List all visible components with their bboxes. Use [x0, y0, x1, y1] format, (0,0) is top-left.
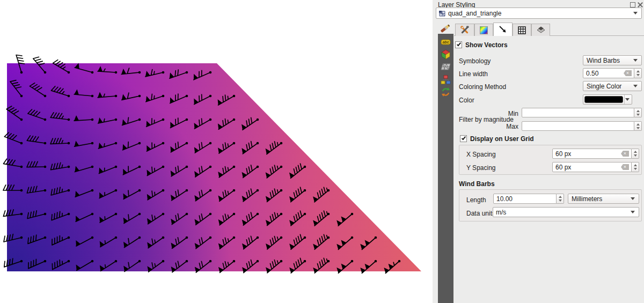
show-vectors-label: Show Vectors	[465, 41, 508, 49]
clear-icon[interactable]: ×	[621, 151, 629, 157]
color-button[interactable]	[583, 94, 632, 105]
spin-down-icon[interactable]	[636, 114, 640, 116]
spin-up-icon[interactable]	[636, 70, 640, 72]
show-vectors-checkbox[interactable]	[455, 41, 462, 48]
chevron-down-icon	[633, 59, 638, 62]
data-units-value: m/s	[496, 209, 506, 216]
y-spacing-spinner[interactable]	[632, 162, 639, 172]
spin-down-icon[interactable]	[636, 127, 640, 129]
max-spinner[interactable]	[634, 121, 642, 131]
user-grid-groupbox: X Spacing × Y Spacing ×	[459, 145, 642, 175]
sidebar-item-labels[interactable]: abc	[441, 37, 451, 47]
spin-up-icon[interactable]	[634, 151, 637, 153]
undock-icon[interactable]	[630, 2, 635, 8]
checkmark-icon	[457, 42, 461, 47]
hammer-wrench-icon	[460, 25, 470, 35]
layer-styling-panel: Layer Styling quad_and_triangle	[433, 0, 644, 303]
layer-selector[interactable]: quad_and_triangle	[436, 8, 642, 19]
line-width-field: ×	[583, 68, 634, 78]
spin-down-icon[interactable]	[559, 199, 562, 202]
user-grid-label: Display on User Grid	[470, 135, 534, 143]
min-spinbox[interactable]	[522, 108, 642, 117]
line-width-spinbox[interactable]: ×	[583, 68, 642, 78]
length-field	[493, 194, 557, 204]
y-spacing-label: Y Spacing	[466, 164, 496, 172]
data-units-label: Data units	[466, 210, 495, 217]
coloring-method-dropdown[interactable]: Single Color	[583, 81, 642, 91]
coloring-method-label: Coloring Method	[459, 83, 506, 91]
line-width-input[interactable]	[583, 70, 624, 77]
spin-down-icon[interactable]	[634, 154, 637, 157]
clear-icon[interactable]: ×	[621, 164, 629, 170]
color-swatch	[584, 96, 623, 103]
map-canvas[interactable]	[0, 0, 433, 303]
symbology-label: Symbology	[459, 57, 491, 65]
length-spinbox[interactable]	[493, 194, 564, 204]
sidebar-item-symbology[interactable]	[438, 23, 451, 34]
mesh-layer-render	[0, 0, 433, 303]
length-unit-dropdown[interactable]: Millimeters	[568, 194, 639, 204]
length-label: Length	[466, 196, 486, 204]
chevron-down-icon	[633, 85, 638, 87]
data-units-combo[interactable]: m/s	[493, 207, 639, 217]
spin-up-icon[interactable]	[636, 110, 640, 112]
min-field	[522, 108, 634, 117]
tab-mesh-frame[interactable]	[513, 24, 531, 36]
y-spacing-spinbox[interactable]: ×	[552, 162, 639, 172]
stacked-layers-icon	[536, 26, 546, 34]
max-input[interactable]	[522, 122, 634, 130]
tab-vectors[interactable]	[493, 23, 513, 36]
min-spinner[interactable]	[634, 108, 642, 117]
symbology-dropdown[interactable]: Wind Barbs	[583, 55, 642, 65]
y-spacing-input[interactable]	[553, 164, 621, 171]
sidebar-item-mesh[interactable]	[441, 62, 451, 72]
min-input[interactable]	[522, 109, 634, 116]
sidebar-item-history[interactable]	[441, 87, 451, 97]
min-label: Min	[497, 110, 518, 117]
tab-stacked-mesh[interactable]	[531, 24, 550, 36]
coloring-method-value: Single Color	[587, 83, 621, 90]
chevron-down-icon	[633, 12, 638, 14]
checkmark-icon	[462, 136, 466, 141]
history-arrows-icon	[441, 87, 451, 97]
diagram-icon	[441, 75, 451, 85]
length-input[interactable]	[494, 195, 556, 203]
max-label: Max	[497, 123, 518, 130]
paintbrush-icon	[438, 23, 451, 34]
tab-contours-colors[interactable]	[474, 24, 493, 36]
spin-down-icon[interactable]	[636, 74, 640, 76]
max-spinbox[interactable]	[522, 121, 642, 131]
color-label: Color	[459, 97, 474, 104]
chevron-down-icon	[631, 197, 635, 200]
line-width-spinner[interactable]	[634, 68, 642, 78]
wind-barbs-groupbox: Length Millimeters Data units m/s	[459, 189, 642, 221]
spin-up-icon[interactable]	[559, 196, 562, 198]
x-spacing-spinner[interactable]	[632, 149, 639, 159]
svg-text:abc: abc	[442, 40, 449, 44]
sidebar-item-3d-view[interactable]	[441, 49, 451, 60]
vector-arrow-icon	[499, 25, 507, 34]
x-spacing-spinbox[interactable]: ×	[552, 149, 639, 159]
close-icon[interactable]	[638, 2, 643, 8]
separator	[624, 95, 625, 104]
clear-icon[interactable]: ×	[624, 70, 632, 76]
color-ramp-icon	[480, 26, 488, 34]
symbology-value: Wind Barbs	[587, 57, 620, 64]
labels-abc-icon: abc	[441, 37, 451, 47]
cube-3d-icon	[441, 49, 451, 60]
user-grid-checkbox[interactable]	[460, 135, 467, 142]
layer-selector-value: quad_and_triangle	[448, 10, 501, 17]
spin-up-icon[interactable]	[634, 164, 637, 166]
x-spacing-field: ×	[552, 149, 632, 159]
chevron-down-icon	[625, 98, 630, 101]
length-spinner[interactable]	[557, 194, 564, 204]
spin-up-icon[interactable]	[636, 123, 640, 125]
spin-down-icon[interactable]	[634, 168, 637, 170]
mesh-layer-icon	[438, 10, 446, 17]
tab-general-settings[interactable]	[455, 24, 474, 36]
wind-barbs-section-title: Wind Barbs	[459, 180, 495, 188]
sidebar-item-diagrams[interactable]	[441, 75, 451, 85]
x-spacing-label: X Spacing	[466, 151, 496, 158]
x-spacing-input[interactable]	[553, 150, 621, 158]
length-unit-value: Millimeters	[572, 195, 602, 203]
